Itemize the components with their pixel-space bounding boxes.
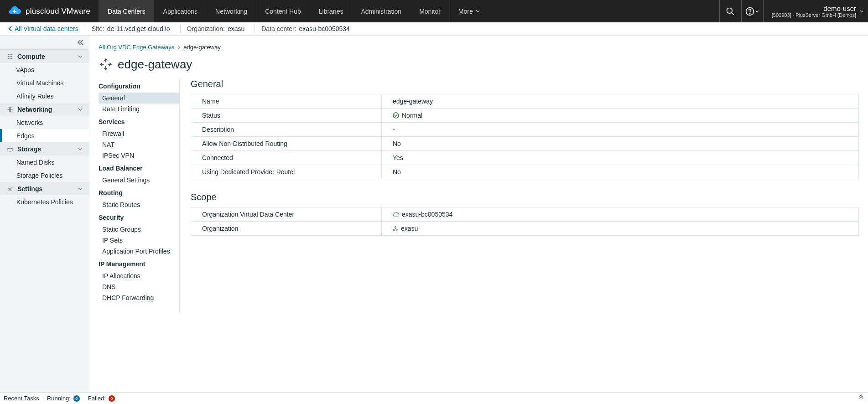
table-key: Name bbox=[191, 94, 382, 109]
detail-nav-head: Load Balancer bbox=[99, 161, 179, 175]
svg-point-14 bbox=[8, 147, 12, 149]
user-name: demo-user bbox=[823, 5, 856, 12]
disk-icon bbox=[7, 146, 14, 152]
sidebar-item-vapps[interactable]: vApps bbox=[0, 63, 89, 76]
sidebar-group-label: Compute bbox=[17, 53, 45, 60]
svg-point-6 bbox=[11, 54, 13, 55]
tab-more[interactable]: More bbox=[449, 0, 489, 22]
divider bbox=[255, 25, 255, 33]
sidebar-item-networks[interactable]: Networks bbox=[0, 116, 89, 129]
table-value: exasu bbox=[382, 222, 859, 236]
detail-nav-item-ip-allocations[interactable]: IP Allocations bbox=[99, 270, 179, 281]
detail-nav-head: Services bbox=[99, 114, 179, 128]
detail-nav-item-firewall[interactable]: Firewall bbox=[99, 128, 179, 139]
top-tabs: Data CentersApplicationsNetworkingConten… bbox=[99, 0, 489, 22]
chevron-down-icon bbox=[78, 186, 83, 191]
breadcrumb-current: edge-gateway bbox=[183, 44, 221, 51]
site-value: de-11.vcd.get-cloud.io bbox=[107, 25, 170, 32]
chevron-down-icon bbox=[476, 9, 480, 13]
svg-point-7 bbox=[8, 56, 9, 57]
org-value: exasu bbox=[228, 25, 244, 32]
divider bbox=[180, 25, 181, 33]
tab-content-hub[interactable]: Content Hub bbox=[256, 0, 310, 22]
chevron-down-icon bbox=[860, 10, 863, 13]
table-key: Status bbox=[191, 109, 382, 123]
running-label: Running: bbox=[47, 395, 71, 402]
chevron-down-icon bbox=[78, 147, 83, 151]
table-row: StatusNormal bbox=[191, 109, 859, 123]
running-count-badge: 0 bbox=[73, 395, 80, 402]
sidebar-group-networking[interactable]: Networking bbox=[0, 103, 89, 116]
sidebar-item-edges[interactable]: Edges bbox=[0, 129, 89, 142]
expand-tasks-icon[interactable] bbox=[858, 394, 864, 402]
top-bar: pluscloud VMware Data CentersApplication… bbox=[0, 0, 868, 22]
tab-applications[interactable]: Applications bbox=[154, 0, 207, 22]
globe-icon bbox=[7, 107, 14, 112]
dc-value: exasu-bc0050534 bbox=[299, 25, 350, 32]
tab-networking[interactable]: Networking bbox=[206, 0, 256, 22]
breadcrumb-root[interactable]: All Org VDC Edge Gateways bbox=[99, 44, 174, 51]
svg-point-15 bbox=[9, 188, 11, 190]
detail-nav-item-static-groups[interactable]: Static Groups bbox=[99, 224, 179, 235]
table-value: exasu-bc0050534 bbox=[382, 207, 859, 222]
divider bbox=[85, 25, 85, 33]
detail-nav-item-static-routes[interactable]: Static Routes bbox=[99, 199, 179, 210]
topbar-right: demo-user [500903] - PlusServer GmbH [De… bbox=[719, 0, 868, 22]
detail-nav-item-application-port-profiles[interactable]: Application Port Profiles bbox=[99, 246, 179, 257]
svg-line-1 bbox=[732, 12, 734, 15]
svg-point-11 bbox=[10, 57, 11, 59]
divider bbox=[43, 395, 43, 402]
sidebar-group-label: Storage bbox=[17, 145, 41, 153]
sidebar-item-virtual-machines[interactable]: Virtual Machines bbox=[0, 76, 89, 89]
detail-nav-item-dns[interactable]: DNS bbox=[99, 281, 179, 292]
detail-nav-item-nat[interactable]: NAT bbox=[99, 139, 179, 150]
content: All Org VDC Edge Gateways edge-gateway e… bbox=[89, 36, 868, 392]
table-row: Organizationexasu bbox=[191, 222, 859, 236]
help-icon[interactable] bbox=[741, 0, 763, 22]
org-icon bbox=[393, 226, 398, 231]
svg-point-12 bbox=[11, 57, 13, 59]
table-value: No bbox=[382, 137, 859, 151]
sidebar-group-compute[interactable]: Compute bbox=[0, 50, 89, 63]
sidebar-item-storage-policies[interactable]: Storage Policies bbox=[0, 169, 89, 182]
chevron-down-icon bbox=[78, 107, 83, 112]
table-value: Normal bbox=[382, 109, 859, 123]
detail-nav-head: IP Management bbox=[99, 257, 179, 270]
tab-administration[interactable]: Administration bbox=[352, 0, 410, 22]
org-label: Organization: bbox=[187, 25, 225, 32]
table-value: Yes bbox=[382, 151, 859, 165]
detail-nav-item-general[interactable]: General bbox=[99, 93, 179, 104]
tab-monitor[interactable]: Monitor bbox=[410, 0, 449, 22]
sidebar-item-kubernetes-policies[interactable]: Kubernetes Policies bbox=[0, 195, 89, 208]
back-link[interactable]: All Virtual data centers bbox=[8, 25, 78, 32]
dc-label: Data center: bbox=[261, 25, 296, 32]
table-row: ConnectedYes bbox=[191, 151, 859, 165]
sidebar-group-storage[interactable]: Storage bbox=[0, 142, 89, 155]
sidebar-group-settings[interactable]: Settings bbox=[0, 182, 89, 195]
sidebar-item-affinity-rules[interactable]: Affinity Rules bbox=[0, 89, 89, 103]
detail-nav-item-ip-sets[interactable]: IP Sets bbox=[99, 235, 179, 246]
user-menu[interactable]: demo-user [500903] - PlusServer GmbH [De… bbox=[763, 0, 868, 22]
svg-point-3 bbox=[750, 13, 750, 14]
table-value: - bbox=[382, 123, 859, 137]
detail-nav-item-general-settings[interactable]: General Settings bbox=[99, 175, 179, 186]
brand-text: pluscloud VMware bbox=[26, 7, 90, 16]
sidebar-item-named-disks[interactable]: Named Disks bbox=[0, 155, 89, 169]
general-table: Nameedge-gatewayStatusNormalDescription-… bbox=[191, 94, 859, 179]
table-value: No bbox=[382, 165, 859, 179]
recent-tasks-label[interactable]: Recent Tasks bbox=[4, 395, 39, 402]
chevron-down-icon bbox=[78, 54, 83, 59]
status-ok-icon bbox=[393, 112, 399, 119]
grid-icon bbox=[7, 54, 14, 59]
detail-nav-item-rate-limiting[interactable]: Rate Limiting bbox=[99, 104, 179, 114]
svg-point-9 bbox=[11, 56, 13, 57]
svg-point-8 bbox=[10, 56, 11, 57]
collapse-sidebar-icon[interactable] bbox=[0, 36, 89, 50]
detail-nav-item-dhcp-forwarding[interactable]: DHCP Forwarding bbox=[99, 292, 179, 303]
search-icon[interactable] bbox=[719, 0, 741, 22]
tab-data-centers[interactable]: Data Centers bbox=[99, 0, 154, 22]
breadcrumb: All Org VDC Edge Gateways edge-gateway bbox=[99, 44, 859, 51]
detail-nav-item-ipsec-vpn[interactable]: IPSec VPN bbox=[99, 150, 179, 161]
tab-libraries[interactable]: Libraries bbox=[310, 0, 352, 22]
table-key: Organization Virtual Data Center bbox=[191, 207, 382, 222]
